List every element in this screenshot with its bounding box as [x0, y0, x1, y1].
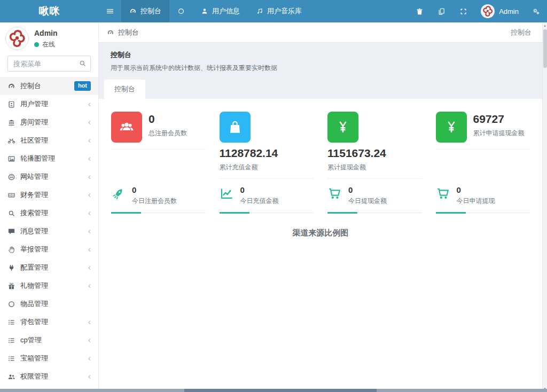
sidebar-item-users[interactable]: 用户管理‹ [0, 95, 98, 113]
online-status-label: 在线 [42, 40, 55, 49]
sidebar-item-community[interactable]: 社区管理‹ [0, 131, 98, 150]
sidebar-search [7, 56, 91, 72]
dashboard-icon [7, 82, 15, 90]
circle-icon [177, 7, 185, 15]
topnav-item-status[interactable] [169, 0, 193, 22]
dashboard-icon [129, 7, 137, 15]
copy-icon [437, 7, 446, 15]
expand-button[interactable] [452, 0, 474, 22]
dashboard-icon [107, 29, 114, 36]
sidebar-item-label: cp管理 [20, 335, 85, 345]
sidebar-item-config[interactable]: 配置管理‹ [0, 258, 98, 277]
vertical-scrollbar[interactable]: ▲ ▼ [542, 22, 547, 392]
sidebar-item-website[interactable]: 网站管理‹ [0, 168, 98, 186]
progress-underline [220, 211, 314, 213]
sidebar-item-gifts[interactable]: 礼物管理‹ [0, 277, 98, 295]
chevron-left-icon: ‹ [88, 263, 91, 272]
today-stat-label: 今日充值金额 [240, 197, 279, 206]
sidebar-item-chest[interactable]: 宝箱管理‹ [0, 349, 98, 367]
sidebar-item-label: 礼物管理 [20, 281, 85, 291]
today-stat-label: 今日提现金额 [348, 197, 387, 206]
stat-value: 69727 [473, 113, 525, 126]
cogs-icon [532, 7, 540, 15]
sidebar-user-status: 在线 [34, 40, 58, 49]
topnav-item-label: 用户信息 [212, 6, 240, 16]
sidebar-item-backpack[interactable]: 背包管理‹ [0, 313, 98, 331]
hot-badge: hot [74, 81, 91, 90]
chevron-left-icon: ‹ [88, 173, 91, 181]
trash-button[interactable] [409, 0, 431, 22]
list-icon [7, 336, 15, 344]
sidebar-item-label: 举报管理 [20, 245, 85, 254]
stat-card-icon-box [327, 112, 358, 143]
sidebar-item-label: 背包管理 [20, 317, 85, 327]
stat-card: 69727累计申请提现金额 [429, 112, 537, 181]
sidebar-item-label: 社区管理 [20, 136, 85, 145]
user-menu[interactable]: Admin [474, 0, 525, 22]
sidebar-item-search[interactable]: 搜索管理‹ [0, 204, 98, 222]
avatar-icon [481, 4, 495, 18]
sidebar-item-label: 消息管理 [20, 226, 85, 236]
image-icon [7, 155, 15, 163]
sidebar-item-items[interactable]: 物品管理 [0, 295, 98, 313]
secondary-stats-row: 0今日注册会员数0今日充值金额0今日提现金额0今日申请提现 [99, 181, 542, 213]
sidebar-item-finance[interactable]: 财务管理‹ [0, 186, 98, 204]
search-icon [79, 59, 87, 67]
sidebar-item-reports[interactable]: 举报管理‹ [0, 240, 98, 258]
stat-card: 1151673.24累计提现金额 [321, 112, 429, 181]
search-icon-button[interactable] [79, 59, 87, 67]
sidebar-toggle-button[interactable] [99, 0, 121, 22]
sidebar-item-messages[interactable]: 消息管理‹ [0, 222, 98, 240]
chevron-left-icon: ‹ [88, 372, 91, 381]
sidebar-item-banners[interactable]: 轮播图管理‹ [0, 150, 98, 168]
today-stat-value: 0 [348, 185, 387, 194]
panel-header: 控制台 用于展示当前系统中的统计数据、统计报表及重要实时数据 控制台 [99, 43, 547, 99]
bank-icon [7, 119, 15, 127]
list-icon [7, 355, 15, 363]
today-stat-label: 今日申请提现 [457, 197, 495, 206]
stat-card: 0总注册会员数 [104, 112, 213, 181]
sidebar-user-panel: Admin 在线 [0, 22, 98, 52]
settings-button[interactable] [525, 0, 547, 22]
chevron-left-icon: ‹ [88, 118, 91, 127]
progress-underline [327, 211, 422, 213]
main-content: 控制台 控制台 控制台 用于展示当前系统中的统计数据、统计报表及重要实时数据 控… [99, 22, 547, 392]
breadcrumb: 控制台 控制台 [99, 22, 547, 43]
sidebar-item-label: 用户管理 [20, 99, 85, 109]
horizontal-scrollbar-thumb[interactable] [184, 389, 377, 392]
internet-explorer-icon [7, 173, 15, 181]
chevron-left-icon: ‹ [88, 136, 91, 145]
today-stat-value: 0 [240, 185, 279, 194]
sidebar-item-dashboard[interactable]: 控制台hot [0, 77, 98, 95]
topnav-item-label: 用户音乐库 [267, 6, 302, 16]
tab-dashboard[interactable]: 控制台 [104, 80, 145, 99]
topnav-item-user-music[interactable]: 用户音乐库 [248, 0, 310, 22]
scroll-up-arrow[interactable]: ▲ [543, 24, 547, 27]
search-icon [7, 209, 15, 217]
brand-logo[interactable]: 啾咪 [0, 0, 99, 22]
stat-label: 总注册会员数 [149, 129, 187, 138]
topnav-item-dashboard[interactable]: 控制台 [121, 0, 169, 22]
stat-value: 1151673.24 [327, 147, 422, 160]
chevron-left-icon: ‹ [88, 245, 91, 254]
top-navbar: 啾咪 控制台用户信息用户音乐库 Admin [0, 0, 547, 22]
sidebar-item-permissions[interactable]: 权限管理‹ [0, 367, 98, 386]
sidebar-menu: 控制台hot用户管理‹房间管理‹社区管理‹轮播图管理‹网站管理‹财务管理‹搜索管… [0, 77, 98, 392]
sidebar-item-cp[interactable]: cp管理‹ [0, 331, 98, 349]
copy-button[interactable] [431, 0, 452, 22]
sidebar-item-rooms[interactable]: 房间管理‹ [0, 113, 98, 131]
music-icon [256, 7, 263, 15]
topnav-item-user-info[interactable]: 用户信息 [193, 0, 248, 22]
vertical-scrollbar-thumb[interactable] [543, 29, 547, 68]
today-stat-label: 今日注册会员数 [132, 197, 177, 206]
page-title: 控制台 [111, 50, 535, 60]
top-nav: 控制台用户信息用户音乐库 [121, 0, 310, 22]
comment-icon [7, 228, 15, 236]
stat-value: 1128782.14 [220, 147, 314, 160]
topnav-item-label: 控制台 [140, 6, 161, 16]
sidebar-item-label: 房间管理 [20, 117, 85, 127]
horizontal-scrollbar[interactable] [0, 389, 547, 392]
sidebar-item-label: 控制台 [20, 81, 74, 91]
circle-icon [7, 300, 15, 308]
stat-card-icon-box [111, 112, 142, 143]
